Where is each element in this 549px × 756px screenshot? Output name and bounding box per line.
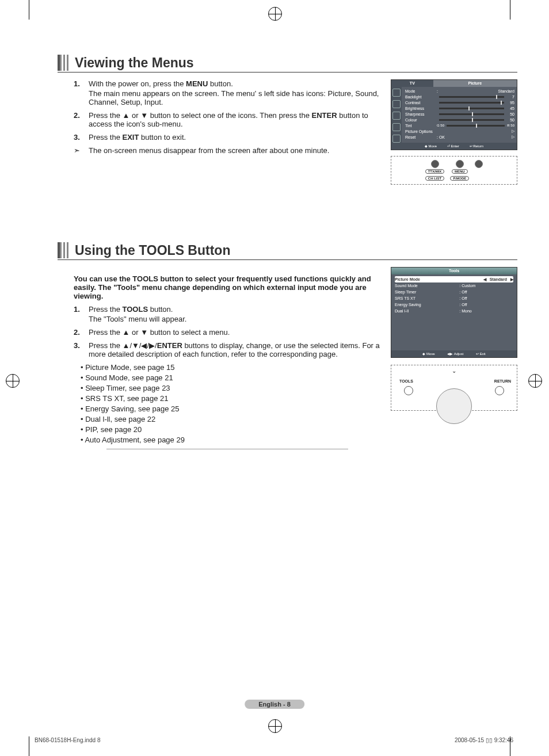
section2-text: You can use the TOOLS button to select y… xyxy=(58,267,380,453)
section-viewing-title: Viewing the Menus xyxy=(75,55,194,71)
section2-intro: You can use the TOOLS button to select y… xyxy=(74,274,380,300)
tv-osd-tools-menu: Tools Picture Mode◀Standard▶Sound Mode: … xyxy=(391,267,517,358)
osd-footer: ◆ Move ⏎ Enter ↩ Return xyxy=(391,143,517,150)
manual-page: Viewing the Menus 1.With the power on, p… xyxy=(58,55,517,701)
section1-note: The on-screen menus disappear from the s… xyxy=(89,146,329,155)
section-viewing-heading: Viewing the Menus xyxy=(58,55,517,72)
tools-button-icon xyxy=(404,386,413,395)
remote-closeup-2: ⌄ TOOLS RETURN xyxy=(391,365,517,411)
osd-tab-tv: TV xyxy=(391,80,433,87)
page-number: English - 8 xyxy=(245,701,304,708)
section1-text: 1.With the power on, press the MENU butt… xyxy=(58,79,380,185)
remote-closeup-1: TTX/MIXCH LIST MENUP.MODE xyxy=(391,156,517,185)
print-footer: BN68-01518H-Eng.indd 8 2008-05-15 ▯▯ 9:3… xyxy=(35,737,513,743)
section-tools-heading: Using the TOOLS Button xyxy=(58,242,517,260)
tv-osd-picture-menu: TV Picture Mode:StandardBacklight7Contra… xyxy=(391,79,517,150)
osd-tab-picture: Picture xyxy=(433,80,517,87)
return-button-icon xyxy=(495,386,504,395)
section-tools-title: Using the TOOLS Button xyxy=(75,243,230,258)
